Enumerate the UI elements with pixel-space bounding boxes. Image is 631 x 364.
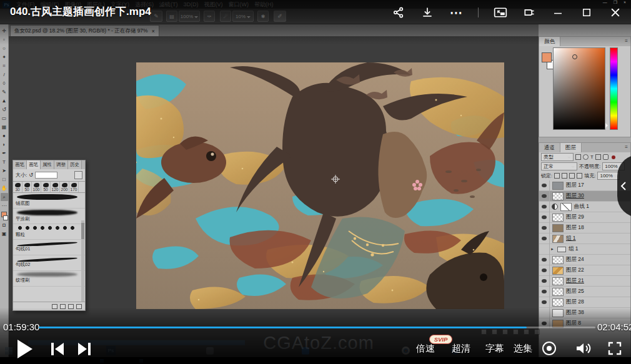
layer-row-adjustment[interactable]: 曲线 1 — [539, 202, 630, 212]
layer-row[interactable]: 图层 18 — [539, 223, 630, 234]
smoothing-gear-icon[interactable]: ✱ — [257, 11, 269, 22]
pen-tool[interactable]: ✒ — [1, 149, 8, 157]
visibility-eye-icon[interactable] — [539, 276, 550, 287]
text-tool[interactable]: T — [1, 158, 8, 166]
minimize-icon[interactable] — [551, 6, 565, 19]
download-icon[interactable] — [420, 6, 434, 19]
toolbar-more-icon[interactable]: ⋯ — [1, 202, 8, 210]
path-select-tool[interactable]: ➤ — [1, 167, 8, 175]
lock-paint-icon[interactable] — [562, 173, 567, 179]
filter-adjust-icon[interactable] — [583, 154, 589, 160]
brush-preset[interactable]: 120 — [51, 182, 60, 192]
layer-row[interactable]: 图层 29 — [539, 212, 630, 223]
ps-menu-help[interactable]: 帮助(H) — [254, 1, 274, 9]
brush-mode-icon[interactable]: ▤ — [166, 11, 177, 22]
visibility-eye-icon[interactable] — [539, 255, 550, 265]
tab-channels[interactable]: 通道 — [539, 143, 560, 152]
stamp-tool[interactable]: ▲ — [1, 97, 8, 105]
visibility-eye-icon[interactable] — [539, 297, 550, 308]
blend-mode-dropdown[interactable]: 正常 — [541, 162, 577, 170]
ps-menu-window[interactable]: 窗口(W) — [229, 1, 249, 9]
brush-item[interactable]: 平涂刷 — [13, 209, 85, 224]
crop-tool[interactable]: ⌗ — [1, 62, 8, 70]
close-icon[interactable] — [609, 6, 622, 19]
brush-preset[interactable]: 100 — [32, 182, 41, 192]
airbrush-icon[interactable]: ☄ — [220, 11, 231, 22]
eraser-tool[interactable]: ▭ — [1, 114, 8, 122]
fullscreen-icon[interactable] — [607, 341, 622, 358]
eyedropper-tool[interactable]: / — [1, 71, 8, 79]
document-tab[interactable]: 鱼女02.psd @ 18.2% (图层 30, RGB/8) * - 正在存储… — [10, 25, 159, 36]
reset-icon[interactable]: ↺ — [29, 172, 33, 178]
filter-pixel-icon[interactable] — [575, 154, 581, 160]
saturation-brightness-field[interactable] — [553, 47, 605, 130]
layer-row[interactable]: 图层 28 — [539, 297, 630, 308]
shape-tool[interactable]: □ — [1, 175, 8, 184]
hue-slider-arrow[interactable] — [605, 123, 610, 128]
cast-icon[interactable] — [522, 6, 536, 19]
move-tool[interactable]: ✛ — [1, 27, 8, 35]
visibility-eye-icon[interactable] — [539, 244, 550, 255]
layer-row[interactable]: 图层 24 — [539, 255, 630, 265]
next-button[interactable] — [77, 341, 92, 360]
filter-toggle-icon[interactable] — [612, 155, 615, 159]
brush-preset[interactable]: 200 — [60, 182, 69, 192]
new-brush-icon[interactable] — [68, 304, 74, 309]
episodes-button[interactable]: 选集 — [514, 343, 532, 355]
brush-preset-button[interactable]: ✎ — [150, 11, 162, 22]
gradient-tool[interactable]: ▦ — [1, 123, 8, 131]
previous-button[interactable] — [50, 341, 65, 360]
filter-smart-icon[interactable] — [603, 154, 609, 160]
filter-shape-icon[interactable] — [595, 154, 601, 160]
brush-preset[interactable]: 50 — [22, 182, 32, 192]
background-color-swatch[interactable] — [3, 215, 8, 220]
visibility-eye-icon[interactable] — [539, 212, 550, 223]
lock-move-icon[interactable] — [569, 173, 575, 179]
tab-adjust[interactable]: 调整 — [54, 160, 68, 169]
layer-filter-dropdown[interactable]: 类型 — [541, 153, 574, 161]
brush-list-scrollthumb[interactable] — [81, 223, 84, 239]
hand-tool[interactable]: ✋ — [1, 184, 8, 192]
brush-preset[interactable]: 50 — [41, 182, 51, 192]
tab-brush[interactable]: 画笔 — [27, 160, 41, 169]
tab-brush-presets[interactable]: 画笔 — [13, 160, 27, 169]
visibility-eye-icon[interactable] — [539, 265, 550, 276]
hue-slider[interactable] — [610, 47, 618, 130]
layer-row[interactable]: 图层 22 — [539, 265, 630, 276]
opacity-dropdown[interactable]: 100% — [179, 11, 200, 22]
pressure-opacity-icon[interactable]: ✑ — [204, 11, 215, 22]
pip-icon[interactable] — [494, 6, 507, 19]
brush-item[interactable]: 纹理刷 — [13, 271, 85, 287]
speed-button[interactable]: 倍速 — [416, 343, 435, 355]
visibility-eye-icon[interactable] — [539, 202, 550, 212]
ps-menu-3d[interactable]: 3D(D) — [184, 1, 199, 7]
tab-properties[interactable]: 属性 — [41, 160, 54, 169]
screenmode-icon[interactable]: ▣ — [1, 230, 8, 238]
delete-icon[interactable] — [76, 304, 82, 309]
layer-row[interactable]: 组 1 — [539, 234, 630, 244]
volume-icon[interactable] — [575, 340, 592, 359]
brush-edit-button[interactable] — [74, 171, 82, 179]
flow-dropdown[interactable]: 10% — [232, 11, 254, 22]
subtitles-button[interactable]: 字幕 — [485, 343, 504, 355]
ps-menu-view[interactable]: 视图(V) — [204, 1, 223, 9]
visibility-eye-icon[interactable] — [539, 308, 550, 318]
quick-select-tool[interactable]: ✦ — [1, 53, 8, 61]
tab-color[interactable]: 颜色 — [539, 37, 560, 46]
brush-preset[interactable]: 170 — [69, 182, 79, 192]
lock-icon[interactable] — [52, 304, 57, 309]
folder-icon[interactable] — [60, 304, 66, 309]
brush-item[interactable]: 铺底图 — [13, 193, 85, 209]
layer-row[interactable]: 图层 21 — [539, 276, 630, 287]
panel-menu-icon[interactable]: ≡ — [622, 37, 630, 46]
layer-row-group[interactable]: ▸ 组 1 — [539, 244, 630, 255]
history-brush-tool[interactable]: ↺ — [1, 106, 8, 114]
visibility-eye-icon[interactable] — [539, 223, 550, 234]
filter-type-icon[interactable]: T — [590, 154, 594, 160]
ps-menu-filter[interactable]: 滤镜(T) — [159, 1, 178, 9]
healing-tool[interactable]: ◊ — [1, 79, 8, 87]
play-button[interactable] — [17, 340, 32, 358]
brush-item[interactable]: 颗粒 — [13, 224, 85, 240]
more-icon[interactable]: ⋯ — [449, 6, 463, 19]
tab-close-icon[interactable]: × — [152, 28, 155, 34]
